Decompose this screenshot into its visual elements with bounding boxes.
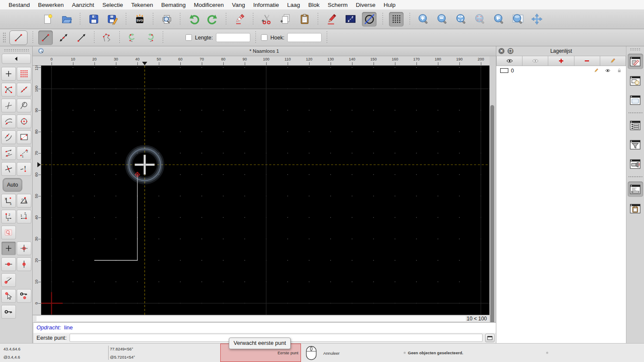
line-two-points-button[interactable]: [38, 30, 53, 45]
zoom-in-button[interactable]: [416, 12, 431, 27]
restrict-off-button[interactable]: [1, 226, 16, 239]
polyline-mode-button[interactable]: [100, 30, 114, 45]
set-relative-zero-button[interactable]: [17, 241, 31, 255]
relative-free-button[interactable]: [1, 241, 16, 255]
infinite-line-button[interactable]: [56, 30, 71, 45]
menu-aanzicht[interactable]: Aanzicht: [72, 2, 94, 8]
restrict-angle-button[interactable]: [1, 273, 16, 287]
snap-grid-button[interactable]: [17, 67, 31, 81]
copy-button[interactable]: [278, 12, 293, 27]
drawing-preferences-button[interactable]: [324, 12, 339, 27]
length-input[interactable]: [216, 33, 250, 42]
snap-intersection-manual-button[interactable]: !: [17, 162, 31, 176]
toggle-selection-filter-button[interactable]: [628, 137, 643, 152]
snap-tangent-button[interactable]: [17, 99, 31, 112]
length-checkbox[interactable]: [185, 34, 192, 41]
toggle-library-browser-button[interactable]: [628, 92, 643, 108]
svg-export-button[interactable]: SVG: [132, 12, 147, 27]
save-as-button[interactable]: [105, 12, 120, 27]
new-document-button[interactable]: [40, 12, 55, 27]
snap-auto-button[interactable]: Auto: [3, 178, 22, 192]
hide-all-layers-button[interactable]: [522, 56, 548, 66]
menu-informatie[interactable]: Informatie: [253, 2, 279, 8]
menu-vang[interactable]: Vang: [232, 2, 245, 8]
angle-input[interactable]: [287, 33, 322, 42]
toggle-property-editor-button[interactable]: [628, 118, 643, 133]
layer-color-swatch[interactable]: [500, 68, 508, 73]
paste-button[interactable]: [297, 12, 312, 27]
edit-layer-button[interactable]: [600, 56, 626, 66]
edit-layer-icon[interactable]: [593, 68, 599, 73]
snap-on-entity-button[interactable]: [17, 83, 31, 97]
delete-button[interactable]: [232, 12, 247, 27]
menu-selectie[interactable]: Selectie: [102, 2, 123, 8]
cut-button[interactable]: [259, 12, 274, 27]
show-all-layers-button[interactable]: [496, 56, 522, 66]
snap-selection-button[interactable]: [1, 289, 16, 303]
vertical-scrollbar[interactable]: [490, 105, 494, 329]
restrict-orthogonal-xy-button[interactable]: 12: [17, 210, 31, 223]
undo-button[interactable]: [186, 12, 201, 27]
print-preview-button[interactable]: [159, 12, 174, 27]
float-panel-button[interactable]: ❐: [507, 48, 513, 54]
menu-hulp[interactable]: Hulp: [383, 2, 395, 8]
current-tool-button[interactable]: [9, 30, 27, 45]
open-document-button[interactable]: [59, 12, 74, 27]
zoom-auto-button[interactable]: [454, 12, 468, 27]
snap-middle-button[interactable]: [1, 146, 16, 160]
ray-button[interactable]: [74, 30, 89, 45]
sidebar-drag-handle[interactable]: [4, 49, 29, 51]
strip-drag-handle[interactable]: [630, 48, 641, 51]
snap-entity-box-button[interactable]: [17, 130, 31, 144]
snap-coordinate-button[interactable]: yx: [1, 194, 16, 208]
zoom-selection-button[interactable]: [473, 12, 487, 27]
zoom-pan-button[interactable]: [529, 12, 544, 27]
command-options-button[interactable]: [485, 334, 495, 342]
redo-button[interactable]: [205, 12, 220, 27]
close-panel-button[interactable]: ✕: [498, 48, 504, 54]
undo-segment-button[interactable]: [125, 30, 140, 45]
layer-row[interactable]: 0: [496, 66, 626, 75]
menu-diverse[interactable]: Diverse: [356, 2, 376, 8]
lock-zero-button[interactable]: [1, 305, 16, 319]
lock-relative-zero-button[interactable]: [17, 289, 31, 303]
snap-distance-button[interactable]: 12: [17, 146, 31, 160]
toggle-command-line-button[interactable]: [628, 181, 643, 197]
zoom-previous-button[interactable]: [492, 12, 506, 27]
menu-laag[interactable]: Laag: [287, 2, 300, 8]
menu-bestand[interactable]: Bestand: [9, 2, 30, 8]
toggle-layer-list-button[interactable]: [628, 54, 643, 69]
toggle-view-options-button[interactable]: [628, 156, 643, 172]
snap-center-button[interactable]: [17, 115, 31, 128]
restrict-orthogonal-yx-button[interactable]: 12: [1, 210, 16, 223]
measure-button[interactable]: [343, 12, 358, 27]
toggle-block-list-button[interactable]: [628, 73, 643, 88]
angle-checkbox[interactable]: [261, 34, 267, 41]
menu-bemating[interactable]: Bemating: [161, 2, 185, 8]
document-tab-bar[interactable]: * Naamloos 1: [33, 46, 496, 56]
zoom-out-button[interactable]: [435, 12, 450, 27]
toolbar-drag-handle[interactable]: [3, 32, 6, 43]
redo-segment-button[interactable]: [143, 30, 158, 45]
snap-free-button[interactable]: [1, 67, 16, 81]
zoom-window-button[interactable]: [510, 12, 525, 27]
menu-modificeren[interactable]: Modificeren: [194, 2, 224, 8]
snap-intersection-button[interactable]: [1, 162, 16, 176]
snap-coordinate-polar-button[interactable]: ra: [17, 194, 31, 208]
remove-layer-button[interactable]: [574, 56, 600, 66]
menu-scherm[interactable]: Scherm: [328, 2, 348, 8]
restrict-horizontal-button[interactable]: [1, 257, 16, 271]
layer-visible-icon[interactable]: [605, 68, 611, 73]
menu-tekenen[interactable]: Tekenen: [131, 2, 153, 8]
snap-reference-button[interactable]: [1, 130, 16, 144]
save-button[interactable]: [86, 12, 101, 27]
toggle-clipboard-panel-button[interactable]: [628, 201, 643, 216]
draft-mode-button[interactable]: [362, 12, 377, 27]
menu-bewerken[interactable]: Bewerken: [38, 2, 64, 8]
grid-toggle-button[interactable]: [389, 12, 404, 27]
restrict-vertical-button[interactable]: [17, 257, 31, 271]
snap-perpendicular-button[interactable]: [1, 99, 16, 112]
add-layer-button[interactable]: [548, 56, 574, 66]
drawing-canvas[interactable]: [41, 66, 489, 315]
snap-back-button[interactable]: [2, 54, 31, 64]
